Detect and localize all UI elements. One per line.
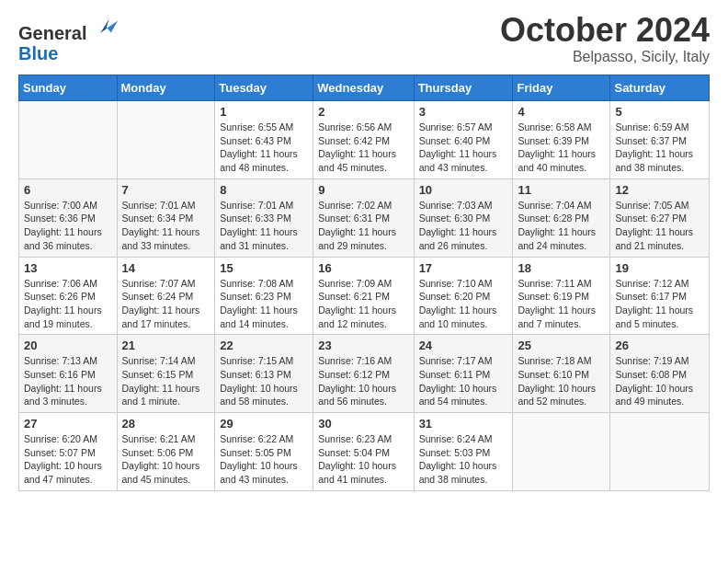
day-header-saturday: Saturday xyxy=(610,75,710,101)
header-row: SundayMondayTuesdayWednesdayThursdayFrid… xyxy=(19,75,710,101)
week-row-3: 13Sunrise: 7:06 AM Sunset: 6:26 PM Dayli… xyxy=(19,257,710,335)
calendar-cell: 19Sunrise: 7:12 AM Sunset: 6:17 PM Dayli… xyxy=(610,257,710,335)
day-number: 15 xyxy=(220,261,308,275)
day-number: 14 xyxy=(122,261,210,275)
month-title: October 2024 xyxy=(500,14,710,47)
calendar-cell: 26Sunrise: 7:19 AM Sunset: 6:08 PM Dayli… xyxy=(610,335,710,413)
day-header-monday: Monday xyxy=(117,75,215,101)
calendar-table: SundayMondayTuesdayWednesdayThursdayFrid… xyxy=(18,75,710,491)
calendar-cell: 1Sunrise: 6:55 AM Sunset: 6:43 PM Daylig… xyxy=(215,101,313,179)
calendar-cell: 18Sunrise: 7:11 AM Sunset: 6:19 PM Dayli… xyxy=(513,257,610,335)
day-info: Sunrise: 7:10 AM Sunset: 6:20 PM Dayligh… xyxy=(419,277,508,331)
day-number: 31 xyxy=(419,417,508,431)
day-info: Sunrise: 7:06 AM Sunset: 6:26 PM Dayligh… xyxy=(24,277,112,331)
calendar-cell: 23Sunrise: 7:16 AM Sunset: 6:12 PM Dayli… xyxy=(313,335,414,413)
calendar-cell xyxy=(117,101,215,179)
day-number: 7 xyxy=(122,183,210,197)
calendar-cell: 8Sunrise: 7:01 AM Sunset: 6:33 PM Daylig… xyxy=(215,178,313,257)
logo-bird-icon xyxy=(94,14,119,40)
day-number: 26 xyxy=(615,339,704,352)
day-info: Sunrise: 6:55 AM Sunset: 6:43 PM Dayligh… xyxy=(220,121,308,175)
day-info: Sunrise: 7:14 AM Sunset: 6:15 PM Dayligh… xyxy=(122,354,210,408)
day-info: Sunrise: 6:23 AM Sunset: 5:04 PM Dayligh… xyxy=(318,432,408,487)
day-number: 3 xyxy=(419,105,508,119)
day-number: 2 xyxy=(318,105,408,119)
calendar-cell: 10Sunrise: 7:03 AM Sunset: 6:30 PM Dayli… xyxy=(414,178,513,257)
day-info: Sunrise: 7:01 AM Sunset: 6:34 PM Dayligh… xyxy=(122,199,210,253)
calendar-cell: 5Sunrise: 6:59 AM Sunset: 6:37 PM Daylig… xyxy=(610,101,710,179)
day-info: Sunrise: 7:02 AM Sunset: 6:31 PM Dayligh… xyxy=(318,199,408,253)
day-number: 23 xyxy=(318,339,408,352)
calendar-cell: 21Sunrise: 7:14 AM Sunset: 6:15 PM Dayli… xyxy=(117,335,215,413)
calendar-cell: 31Sunrise: 6:24 AM Sunset: 5:03 PM Dayli… xyxy=(414,413,513,491)
day-info: Sunrise: 7:04 AM Sunset: 6:28 PM Dayligh… xyxy=(518,199,605,253)
day-info: Sunrise: 7:11 AM Sunset: 6:19 PM Dayligh… xyxy=(518,277,605,331)
day-info: Sunrise: 6:22 AM Sunset: 5:05 PM Dayligh… xyxy=(220,432,308,487)
week-row-5: 27Sunrise: 6:20 AM Sunset: 5:07 PM Dayli… xyxy=(19,413,710,491)
calendar-cell: 13Sunrise: 7:06 AM Sunset: 6:26 PM Dayli… xyxy=(19,257,118,335)
day-number: 10 xyxy=(419,183,508,197)
svg-marker-1 xyxy=(101,19,109,33)
calendar-cell: 2Sunrise: 6:56 AM Sunset: 6:42 PM Daylig… xyxy=(313,101,414,179)
calendar-cell: 9Sunrise: 7:02 AM Sunset: 6:31 PM Daylig… xyxy=(313,178,414,257)
day-number: 30 xyxy=(318,417,408,431)
calendar-cell: 29Sunrise: 6:22 AM Sunset: 5:05 PM Dayli… xyxy=(215,413,313,491)
calendar-cell: 20Sunrise: 7:13 AM Sunset: 6:16 PM Dayli… xyxy=(19,335,118,413)
day-number: 25 xyxy=(518,339,605,352)
calendar-cell xyxy=(513,413,610,491)
week-row-1: 1Sunrise: 6:55 AM Sunset: 6:43 PM Daylig… xyxy=(19,101,710,179)
day-info: Sunrise: 7:07 AM Sunset: 6:24 PM Dayligh… xyxy=(122,277,210,331)
page: General Blue October 2024 Belpasso, Sici… xyxy=(0,0,728,505)
day-number: 18 xyxy=(518,261,605,275)
day-number: 29 xyxy=(220,417,308,431)
day-number: 27 xyxy=(24,417,112,431)
day-info: Sunrise: 6:57 AM Sunset: 6:40 PM Dayligh… xyxy=(419,121,508,175)
day-info: Sunrise: 7:19 AM Sunset: 6:08 PM Dayligh… xyxy=(615,354,704,408)
day-info: Sunrise: 6:56 AM Sunset: 6:42 PM Dayligh… xyxy=(318,121,408,175)
day-info: Sunrise: 6:24 AM Sunset: 5:03 PM Dayligh… xyxy=(419,432,508,487)
day-number: 21 xyxy=(122,339,210,352)
week-row-2: 6Sunrise: 7:00 AM Sunset: 6:36 PM Daylig… xyxy=(19,178,710,257)
day-number: 20 xyxy=(24,339,112,352)
day-number: 1 xyxy=(220,105,308,119)
day-info: Sunrise: 7:08 AM Sunset: 6:23 PM Dayligh… xyxy=(220,277,308,331)
day-info: Sunrise: 7:09 AM Sunset: 6:21 PM Dayligh… xyxy=(318,277,408,331)
day-number: 8 xyxy=(220,183,308,197)
title-block: October 2024 Belpasso, Sicily, Italy xyxy=(500,14,710,65)
day-info: Sunrise: 7:03 AM Sunset: 6:30 PM Dayligh… xyxy=(419,199,508,253)
calendar-cell: 14Sunrise: 7:07 AM Sunset: 6:24 PM Dayli… xyxy=(117,257,215,335)
location: Belpasso, Sicily, Italy xyxy=(500,49,710,65)
day-info: Sunrise: 7:18 AM Sunset: 6:10 PM Dayligh… xyxy=(518,354,605,408)
calendar-cell: 3Sunrise: 6:57 AM Sunset: 6:40 PM Daylig… xyxy=(414,101,513,179)
logo-blue-text: Blue xyxy=(18,43,58,63)
day-header-friday: Friday xyxy=(513,75,610,101)
calendar-cell: 6Sunrise: 7:00 AM Sunset: 6:36 PM Daylig… xyxy=(19,178,118,257)
day-header-thursday: Thursday xyxy=(414,75,513,101)
day-info: Sunrise: 7:17 AM Sunset: 6:11 PM Dayligh… xyxy=(419,354,508,408)
calendar-cell: 12Sunrise: 7:05 AM Sunset: 6:27 PM Dayli… xyxy=(610,178,710,257)
day-info: Sunrise: 7:05 AM Sunset: 6:27 PM Dayligh… xyxy=(615,199,704,253)
calendar-cell: 25Sunrise: 7:18 AM Sunset: 6:10 PM Dayli… xyxy=(513,335,610,413)
calendar-cell xyxy=(19,101,118,179)
logo: General Blue xyxy=(18,14,119,63)
week-row-4: 20Sunrise: 7:13 AM Sunset: 6:16 PM Dayli… xyxy=(19,335,710,413)
day-number: 16 xyxy=(318,261,408,275)
calendar-cell: 24Sunrise: 7:17 AM Sunset: 6:11 PM Dayli… xyxy=(414,335,513,413)
day-info: Sunrise: 7:00 AM Sunset: 6:36 PM Dayligh… xyxy=(24,199,112,253)
day-info: Sunrise: 7:13 AM Sunset: 6:16 PM Dayligh… xyxy=(24,354,112,408)
day-info: Sunrise: 7:16 AM Sunset: 6:12 PM Dayligh… xyxy=(318,354,408,408)
day-number: 11 xyxy=(518,183,605,197)
day-number: 5 xyxy=(615,105,704,119)
day-number: 19 xyxy=(615,261,704,275)
day-number: 9 xyxy=(318,183,408,197)
day-info: Sunrise: 7:15 AM Sunset: 6:13 PM Dayligh… xyxy=(220,354,308,408)
day-info: Sunrise: 6:20 AM Sunset: 5:07 PM Dayligh… xyxy=(24,432,112,487)
header: General Blue October 2024 Belpasso, Sici… xyxy=(18,14,710,65)
calendar-cell: 22Sunrise: 7:15 AM Sunset: 6:13 PM Dayli… xyxy=(215,335,313,413)
calendar-cell: 4Sunrise: 6:58 AM Sunset: 6:39 PM Daylig… xyxy=(513,101,610,179)
day-number: 28 xyxy=(122,417,210,431)
day-header-wednesday: Wednesday xyxy=(313,75,414,101)
day-number: 12 xyxy=(615,183,704,197)
calendar-cell: 27Sunrise: 6:20 AM Sunset: 5:07 PM Dayli… xyxy=(19,413,118,491)
day-number: 4 xyxy=(518,105,605,119)
